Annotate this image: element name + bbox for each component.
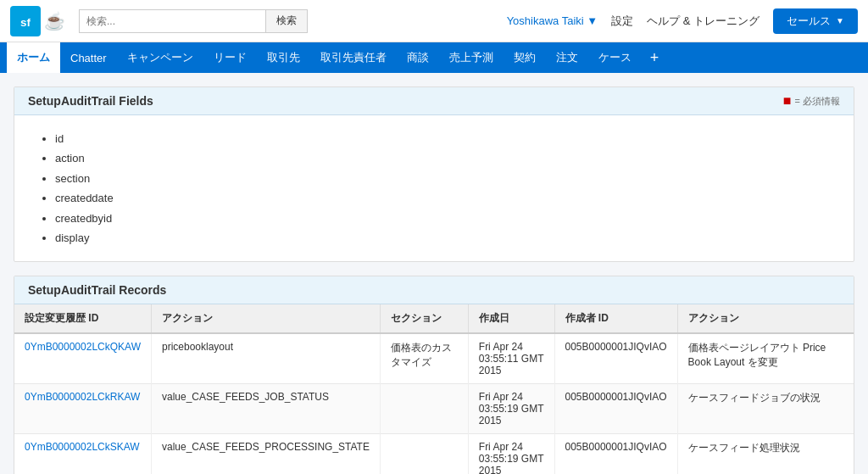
list-item: createddate	[55, 188, 833, 208]
cell-id[interactable]: 0YmB0000002LCkQKAW	[14, 333, 151, 384]
page-content: SetupAuditTrail Fields ■ = 必須情報 id actio…	[0, 73, 868, 474]
nav-item-home[interactable]: ホーム	[7, 42, 60, 73]
required-dot: ■	[783, 94, 792, 108]
table-row: 0YmB0000002LCkQKAW pricebooklayout 価格表のカ…	[14, 333, 854, 384]
table-header-row: 設定変更履歴 ID アクション セクション 作成日 作成者 ID アクション	[14, 304, 854, 333]
top-right-nav: Yoshikawa Taiki ▼ 設定 ヘルプ & トレーニング セールス ▼	[507, 8, 858, 34]
col-header-desc: アクション	[677, 304, 854, 333]
cell-author: 005B0000001JIQvIAO	[554, 434, 677, 474]
nav-item-contract[interactable]: 契約	[504, 42, 546, 73]
records-panel-title: SetupAuditTrail Records	[28, 283, 166, 297]
nav-item-lead[interactable]: リード	[203, 42, 257, 73]
records-table: 設定変更履歴 ID アクション セクション 作成日 作成者 ID アクション 0…	[14, 304, 854, 474]
col-header-author: 作成者 ID	[554, 304, 677, 333]
help-link[interactable]: ヘルプ & トレーニング	[647, 14, 760, 29]
cell-description: 価格表ページレイアウト Price Book Layout を変更	[677, 333, 854, 384]
nav-item-case[interactable]: ケース	[588, 42, 642, 73]
table-row: 0YmB0000002LCkRKAW value_CASE_FEEDS_JOB_…	[14, 384, 854, 434]
cell-section	[380, 384, 468, 434]
nav-bar: ホーム Chatter キャンペーン リード 取引先 取引先責任者 商談 売上予…	[0, 42, 868, 73]
nav-item-forecast[interactable]: 売上予測	[439, 42, 504, 73]
coffee-icon: ☕	[44, 11, 65, 31]
search-input[interactable]	[79, 9, 265, 33]
user-name[interactable]: Yoshikawa Taiki ▼	[507, 14, 598, 27]
top-bar: sf ☕ 検索 Yoshikawa Taiki ▼ 設定 ヘルプ & トレーニン…	[0, 0, 868, 42]
cell-date: Fri Apr 2403:55:19 GMT2015	[468, 434, 554, 474]
sales-button[interactable]: セールス ▼	[773, 8, 858, 34]
nav-item-campaign[interactable]: キャンペーン	[117, 42, 203, 73]
logo-area: sf ☕	[10, 6, 65, 36]
cell-description: ケースフィードジョブの状況	[677, 384, 854, 434]
cell-author: 005B0000001JIQvIAO	[554, 333, 677, 384]
sales-arrow-icon: ▼	[836, 16, 844, 25]
fields-panel: SetupAuditTrail Fields ■ = 必須情報 id actio…	[14, 86, 854, 262]
cell-date: Fri Apr 2403:55:11 GMT2015	[468, 333, 554, 384]
fields-list: id action section createddate createdbyi…	[35, 129, 833, 248]
required-legend: ■ = 必須情報	[783, 94, 840, 108]
cell-action: pricebooklayout	[151, 333, 380, 384]
nav-item-account[interactable]: 取引先	[257, 42, 310, 73]
cell-author: 005B0000001JIQvIAO	[554, 384, 677, 434]
list-item: createdbyid	[55, 209, 833, 228]
records-panel-header: SetupAuditTrail Records	[14, 276, 854, 304]
list-item: display	[55, 228, 833, 248]
list-item: section	[55, 169, 833, 188]
nav-item-contact[interactable]: 取引先責任者	[310, 42, 397, 73]
salesforce-logo: sf	[10, 6, 41, 36]
cell-section	[380, 434, 468, 474]
nav-item-order[interactable]: 注文	[546, 42, 588, 73]
cell-section: 価格表のカスタマイズ	[380, 333, 468, 384]
fields-panel-header: SetupAuditTrail Fields ■ = 必須情報	[14, 87, 854, 115]
cell-id[interactable]: 0YmB0000002LCkRKAW	[14, 384, 151, 434]
required-text: = 必須情報	[795, 95, 840, 108]
col-header-section: セクション	[380, 304, 468, 333]
col-header-action: アクション	[151, 304, 380, 333]
records-panel: SetupAuditTrail Records 設定変更履歴 ID アクション …	[14, 276, 854, 474]
nav-plus-button[interactable]: +	[642, 42, 668, 73]
col-header-id: 設定変更履歴 ID	[14, 304, 151, 333]
list-item: action	[55, 148, 833, 168]
search-area: 検索	[79, 9, 418, 33]
list-item: id	[55, 129, 833, 148]
cell-action: value_CASE_FEEDS_JOB_STATUS	[151, 384, 380, 434]
cell-action: value_CASE_FEEDS_PROCESSING_STATE	[151, 434, 380, 474]
search-button[interactable]: 検索	[265, 9, 308, 33]
settings-link[interactable]: 設定	[611, 14, 633, 29]
cell-id[interactable]: 0YmB0000002LCkSKAW	[14, 434, 151, 474]
nav-item-chatter[interactable]: Chatter	[60, 42, 117, 73]
fields-panel-title: SetupAuditTrail Fields	[28, 94, 153, 108]
svg-text:sf: sf	[20, 15, 31, 28]
fields-panel-body: id action section createddate createdbyi…	[14, 115, 854, 261]
cell-description: ケースフィード処理状況	[677, 434, 854, 474]
cell-date: Fri Apr 2403:55:19 GMT2015	[468, 384, 554, 434]
table-row: 0YmB0000002LCkSKAW value_CASE_FEEDS_PROC…	[14, 434, 854, 474]
nav-item-opportunity[interactable]: 商談	[397, 42, 439, 73]
col-header-date: 作成日	[468, 304, 554, 333]
